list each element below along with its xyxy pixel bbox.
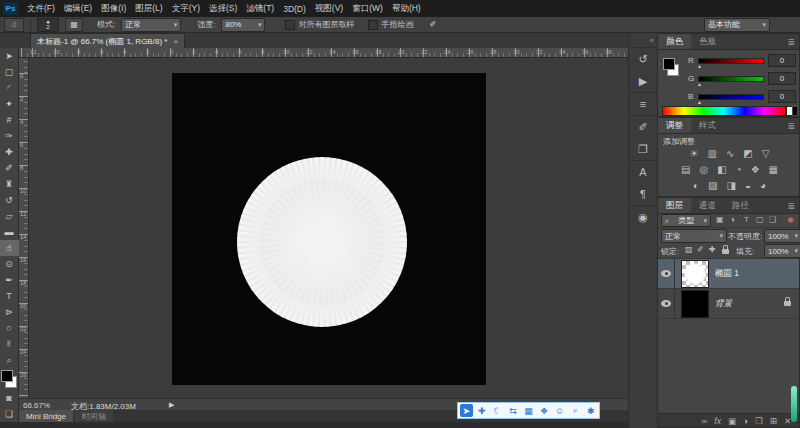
slider-handle[interactable]: ▲ bbox=[697, 81, 702, 87]
pointer-icon[interactable]: ➤ bbox=[460, 404, 473, 417]
menu-help[interactable]: 帮助(H) bbox=[392, 3, 421, 15]
paragraph-panel-icon[interactable]: ¶ bbox=[629, 183, 657, 205]
layer-mask-icon[interactable]: ▣ bbox=[728, 416, 736, 426]
horizontal-ruler[interactable]: 12 10 8 6 4 2 0 2 4 6 8 10 12 14 16 18 2… bbox=[19, 48, 628, 58]
color-swatches[interactable] bbox=[663, 58, 679, 76]
gradient-tool[interactable]: ▬ bbox=[0, 224, 19, 240]
lock-all-icon[interactable] bbox=[722, 249, 729, 254]
close-icon[interactable]: × bbox=[173, 37, 178, 46]
tab-layers[interactable]: 图层 bbox=[658, 198, 691, 213]
adj-invert-icon[interactable]: ◐ bbox=[693, 180, 699, 191]
clothes-icon[interactable]: ❖ bbox=[538, 404, 551, 417]
menu-image[interactable]: 图像(I) bbox=[101, 3, 126, 15]
crop-tool[interactable]: # bbox=[0, 112, 19, 128]
filter-type-layers-icon[interactable]: T bbox=[744, 215, 749, 224]
lock-pixels-icon[interactable]: ✐ bbox=[697, 245, 704, 254]
document-canvas[interactable] bbox=[172, 73, 486, 385]
brush-preset-picker[interactable]: ● 2 bbox=[37, 18, 59, 32]
pen-icon[interactable]: ☾ bbox=[491, 404, 504, 417]
smudge-tool[interactable]: ☝ bbox=[0, 240, 19, 256]
blend-mode-dropdown[interactable]: 正常▾ bbox=[661, 229, 727, 243]
filter-smart-object-icon[interactable]: ❑ bbox=[769, 215, 776, 224]
filter-shape-layers-icon[interactable]: ▢ bbox=[756, 215, 764, 224]
color-spectrum-ramp[interactable] bbox=[662, 106, 786, 116]
adj-curves-icon[interactable]: ∿ bbox=[726, 148, 734, 159]
adjustment-layer-icon[interactable]: ◑ bbox=[743, 416, 748, 426]
zoom-tool[interactable]: ⌕ bbox=[0, 352, 19, 368]
layer-style-icon[interactable]: fx bbox=[714, 416, 721, 426]
healing-brush-tool[interactable]: ✚ bbox=[0, 144, 19, 160]
screen-mode-button[interactable]: ❏ bbox=[0, 406, 19, 422]
foreground-color-swatch[interactable] bbox=[1, 370, 13, 382]
magic-wand-tool[interactable]: ✦ bbox=[0, 96, 19, 112]
new-layer-icon[interactable]: ⊞ bbox=[770, 416, 777, 426]
new-group-icon[interactable]: ❒ bbox=[755, 416, 763, 426]
lock-transparency-icon[interactable]: ▨ bbox=[685, 245, 693, 254]
mode-dropdown[interactable]: 正常▾ bbox=[121, 18, 181, 32]
adj-levels-icon[interactable]: ▥ bbox=[707, 148, 716, 159]
delete-layer-icon[interactable]: ✕ bbox=[784, 416, 791, 426]
arrows-icon[interactable]: ⇆ bbox=[507, 404, 520, 417]
menu-3d[interactable]: 3D(D) bbox=[283, 4, 306, 14]
vertical-ruler[interactable]: 0 2 4 6 8 10 12 14 16 18 20 22 24 26 bbox=[19, 58, 29, 398]
adj-photo-filter-icon[interactable]: ◔ bbox=[736, 164, 742, 175]
brush-tool[interactable]: ✐ bbox=[0, 160, 19, 176]
settings-icon[interactable]: ✱ bbox=[585, 404, 598, 417]
tab-adjustments[interactable]: 调整 bbox=[658, 118, 691, 133]
document-tab[interactable]: 未标题-1 @ 66.7% (椭圆 1, RGB/8) * × bbox=[30, 33, 185, 48]
visibility-toggle[interactable] bbox=[658, 259, 675, 288]
actions-panel-icon[interactable]: ▶ bbox=[629, 70, 657, 92]
current-tool-icon[interactable]: ☝ bbox=[4, 18, 24, 32]
menu-window[interactable]: 窗口(W) bbox=[352, 3, 383, 15]
adj-color-lookup-icon[interactable]: ▦ bbox=[769, 164, 778, 175]
tab-channels[interactable]: 通道 bbox=[691, 198, 724, 213]
layer-thumbnail[interactable] bbox=[681, 290, 709, 318]
lasso-tool[interactable]: ◜ bbox=[0, 80, 19, 96]
layer-thumbnail[interactable] bbox=[681, 260, 709, 288]
adj-color-balance-icon[interactable]: ◎ bbox=[699, 164, 708, 175]
filter-adjustment-layers-icon[interactable]: ◑ bbox=[730, 215, 735, 224]
menu-filter[interactable]: 滤镜(T) bbox=[246, 3, 274, 15]
color-swatches[interactable] bbox=[1, 370, 17, 388]
tab-mini-bridge[interactable]: Mini Bridge bbox=[19, 410, 73, 422]
move-tool[interactable]: ➤ bbox=[0, 48, 19, 64]
clone-stamp-tool[interactable]: ♜ bbox=[0, 176, 19, 192]
adj-vibrance-icon[interactable]: ▽ bbox=[762, 148, 770, 159]
layer-name[interactable]: 背景 bbox=[715, 298, 732, 310]
menu-view[interactable]: 视图(V) bbox=[315, 3, 343, 15]
sample-all-layers-checkbox[interactable]: 对所有图层取样 bbox=[285, 19, 354, 30]
link-layers-icon[interactable]: ∞ bbox=[701, 416, 707, 426]
green-value[interactable]: 0 bbox=[768, 72, 796, 85]
tab-color[interactable]: 颜色 bbox=[658, 34, 691, 49]
tab-styles[interactable]: 样式 bbox=[691, 118, 724, 133]
green-slider[interactable]: ▲ bbox=[698, 76, 764, 82]
tablet-pressure-icon[interactable]: ✐ bbox=[429, 20, 436, 29]
tab-timeline[interactable]: 时间轴 bbox=[75, 410, 113, 422]
history-brush-tool[interactable]: ↺ bbox=[0, 192, 19, 208]
menu-file[interactable]: 文件(F) bbox=[27, 3, 55, 15]
filter-pixel-layers-icon[interactable]: ▣ bbox=[716, 215, 724, 224]
layer-name[interactable]: 椭圆 1 bbox=[715, 268, 739, 280]
toggle-brush-panel-icon[interactable]: ▦ bbox=[65, 18, 83, 32]
layer-row-ellipse[interactable]: 椭圆 1 bbox=[658, 259, 799, 289]
search-icon[interactable]: ⌕ bbox=[569, 404, 582, 417]
eyedropper-tool[interactable]: ✑ bbox=[0, 128, 19, 144]
finger-paint-checkbox[interactable]: 手指绘画 bbox=[368, 19, 413, 30]
adj-channel-mixer-icon[interactable]: ❖ bbox=[751, 164, 760, 175]
hand-tool[interactable]: ✌ bbox=[0, 336, 19, 352]
lock-position-icon[interactable]: ✚ bbox=[709, 245, 716, 254]
screenshot-icon[interactable]: ▦ bbox=[522, 404, 535, 417]
red-value[interactable]: 0 bbox=[768, 54, 796, 67]
history-panel-icon[interactable]: ↺ bbox=[629, 48, 657, 70]
foreground-color-swatch[interactable] bbox=[663, 58, 675, 70]
zoom-level[interactable]: 66.67% bbox=[23, 401, 50, 410]
move-icon[interactable]: ✚ bbox=[476, 404, 489, 417]
blue-value[interactable]: 0 bbox=[768, 90, 796, 103]
menu-select[interactable]: 选择(S) bbox=[209, 3, 237, 15]
quick-mask-button[interactable]: ◙ bbox=[0, 390, 19, 406]
brush-panel-icon[interactable]: ✐ bbox=[629, 115, 657, 138]
panel-menu-icon[interactable]: ≣ bbox=[787, 37, 795, 47]
adj-posterize-icon[interactable]: ▨ bbox=[708, 180, 717, 191]
strength-dropdown[interactable]: 80%▾ bbox=[221, 18, 265, 32]
tab-paths[interactable]: 路径 bbox=[724, 198, 757, 213]
